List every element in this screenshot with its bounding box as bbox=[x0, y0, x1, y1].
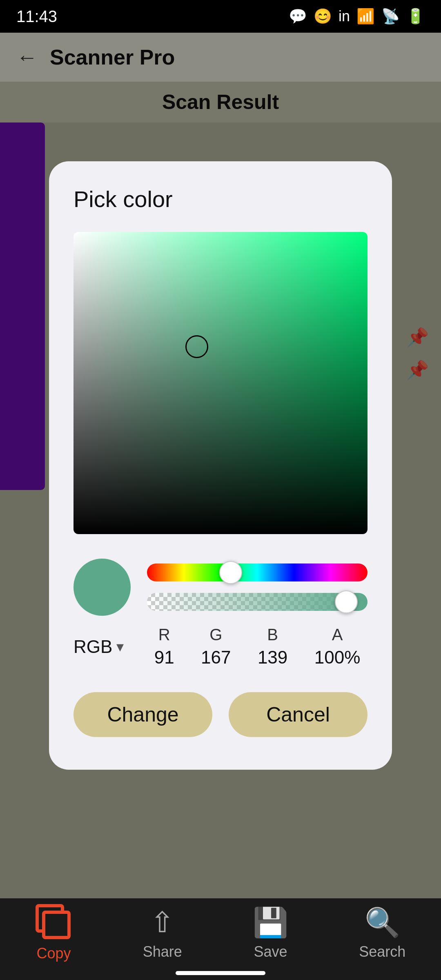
color-preview-swatch bbox=[74, 559, 131, 616]
cancel-button[interactable]: Cancel bbox=[229, 692, 368, 737]
copy-icon-front bbox=[42, 911, 71, 939]
bottom-navigation: Copy ⇧ Share 💾 Save 🔍 Search bbox=[0, 898, 441, 980]
modal-overlay[interactable]: Pick color bbox=[0, 33, 441, 980]
status-bar: 11:43 💬 😊 in 📶 📡 🔋 bbox=[0, 0, 441, 33]
alpha-gradient-overlay bbox=[147, 593, 368, 611]
nav-label-search: Search bbox=[359, 943, 405, 960]
color-picker-handle[interactable] bbox=[185, 335, 208, 358]
channel-b[interactable]: B 139 bbox=[258, 626, 287, 668]
nav-label-copy: Copy bbox=[37, 945, 71, 962]
nav-item-search[interactable]: 🔍 Search bbox=[359, 906, 405, 960]
search-icon: 🔍 bbox=[365, 906, 400, 939]
color-picker-modal: Pick color bbox=[49, 161, 392, 770]
color-canvas[interactable] bbox=[74, 232, 368, 534]
channel-g-value: 167 bbox=[201, 647, 231, 668]
face-icon: 😊 bbox=[314, 8, 332, 25]
channel-r-label: R bbox=[158, 626, 170, 644]
slider-controls-row bbox=[74, 559, 368, 616]
nav-item-save[interactable]: 💾 Save bbox=[253, 906, 288, 960]
home-indicator bbox=[176, 971, 265, 975]
channel-b-value: 139 bbox=[258, 647, 287, 668]
linkedin-icon: in bbox=[339, 8, 350, 25]
channel-r-value: 91 bbox=[154, 647, 174, 668]
whatsapp-icon: 💬 bbox=[289, 8, 307, 25]
channel-g-label: G bbox=[209, 626, 222, 644]
channel-values: R 91 G 167 B 139 A 100% bbox=[147, 626, 368, 668]
nav-item-share[interactable]: ⇧ Share bbox=[143, 906, 182, 960]
signal-icon: 📡 bbox=[381, 8, 400, 25]
alpha-thumb[interactable] bbox=[335, 590, 358, 613]
nav-label-share: Share bbox=[143, 943, 182, 960]
channel-a-value: 100% bbox=[314, 647, 361, 668]
hue-thumb[interactable] bbox=[219, 561, 242, 584]
channel-a-label: A bbox=[332, 626, 343, 644]
hue-slider[interactable] bbox=[147, 564, 368, 581]
color-canvas-container[interactable] bbox=[74, 232, 368, 534]
nav-item-copy[interactable]: Copy bbox=[36, 904, 72, 962]
rgb-values-row: RGB ▾ R 91 G 167 B 139 bbox=[74, 626, 368, 668]
status-icons: 💬 😊 in 📶 📡 🔋 bbox=[289, 8, 425, 25]
channel-r[interactable]: R 91 bbox=[154, 626, 174, 668]
color-mode-selector[interactable]: RGB ▾ bbox=[74, 637, 139, 657]
share-icon: ⇧ bbox=[150, 906, 174, 939]
alpha-slider[interactable] bbox=[147, 593, 368, 611]
channel-b-label: B bbox=[267, 626, 278, 644]
channel-g[interactable]: G 167 bbox=[201, 626, 231, 668]
copy-icon-container bbox=[36, 904, 72, 941]
app-background: ← Scanner Pro Scan Result h... sl... 📌 📌… bbox=[0, 33, 441, 980]
sliders-container bbox=[147, 564, 368, 611]
wifi-icon: 📶 bbox=[356, 8, 375, 25]
color-mode-label: RGB bbox=[74, 637, 112, 657]
action-buttons: Change Cancel bbox=[74, 692, 368, 737]
status-time: 11:43 bbox=[16, 7, 57, 26]
battery-icon: 🔋 bbox=[406, 8, 425, 25]
change-button[interactable]: Change bbox=[74, 692, 212, 737]
nav-label-save: Save bbox=[254, 943, 287, 960]
save-icon: 💾 bbox=[253, 906, 288, 939]
color-mode-dropdown-arrow[interactable]: ▾ bbox=[116, 638, 124, 655]
channel-a[interactable]: A 100% bbox=[314, 626, 361, 668]
modal-title: Pick color bbox=[74, 186, 368, 212]
